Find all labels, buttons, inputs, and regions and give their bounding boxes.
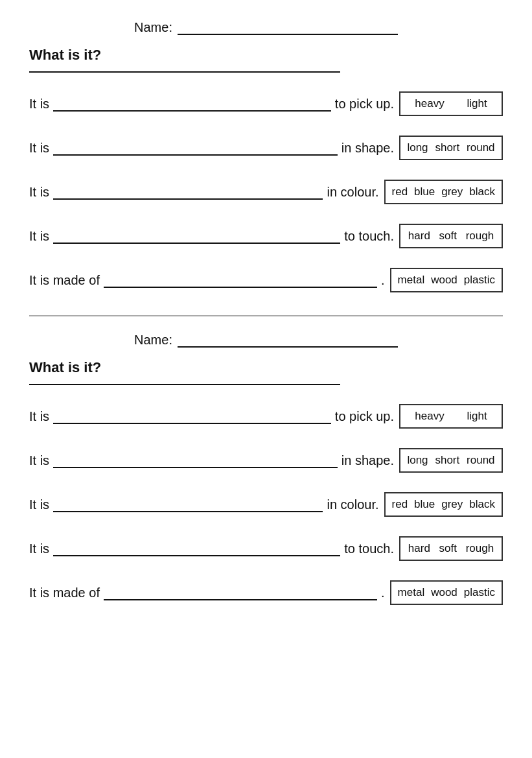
sentence-row: It is in colour.redbluegreyblack — [29, 176, 503, 207]
word-choice[interactable]: soft — [439, 230, 457, 243]
sentence-prefix: It is made of — [29, 273, 100, 288]
word-choice[interactable]: black — [469, 498, 495, 511]
section-1: Name: What is it? It is to pick up.heavy… — [29, 19, 503, 296]
sentence-suffix: in colour. — [327, 185, 378, 200]
topic-line-1 — [29, 71, 340, 73]
word-choice-box: hardsoftrough — [399, 536, 503, 561]
word-choice[interactable]: long — [407, 141, 428, 154]
word-choice-box: redbluegreyblack — [384, 492, 503, 517]
word-choice-box: heavylight — [399, 404, 503, 429]
word-choice[interactable]: red — [392, 498, 408, 511]
fill-blank-line[interactable] — [53, 228, 340, 244]
word-choice[interactable]: black — [469, 185, 495, 198]
word-choice[interactable]: light — [467, 97, 487, 110]
fill-blank-line[interactable] — [53, 497, 323, 512]
topic-line-2 — [29, 384, 340, 385]
sentence-suffix: to touch. — [344, 229, 394, 244]
sentence-prefix: It is — [29, 185, 49, 200]
fill-blank-line[interactable] — [53, 140, 338, 156]
word-choice[interactable]: metal — [398, 274, 425, 287]
sentence-suffix: to pick up. — [335, 409, 394, 424]
word-choice[interactable]: long — [407, 454, 428, 467]
what-is-it-2: What is it? — [29, 359, 503, 376]
sentence-prefix: It is — [29, 453, 49, 468]
word-choice[interactable]: heavy — [415, 97, 444, 110]
sentences-section1: It is to pick up.heavylightIt is in shap… — [29, 88, 503, 296]
word-choice[interactable]: short — [435, 454, 459, 467]
word-choice-box: metalwoodplastic — [390, 580, 503, 605]
sentence-row: It is made of .metalwoodplastic — [29, 265, 503, 296]
word-choice[interactable]: round — [467, 454, 494, 467]
word-choice[interactable]: soft — [439, 542, 457, 555]
sentence-suffix: in colour. — [327, 497, 378, 512]
word-choice-box: hardsoftrough — [399, 224, 503, 248]
word-choice-box: metalwoodplastic — [390, 268, 503, 292]
sentence-suffix: in shape. — [341, 141, 394, 156]
fill-blank-line[interactable] — [53, 409, 331, 424]
word-choice[interactable]: light — [467, 410, 487, 423]
sentence-row: It is in shape.longshortround — [29, 132, 503, 163]
sentence-suffix: to touch. — [344, 541, 394, 556]
word-choice[interactable]: hard — [408, 230, 430, 243]
sentence-prefix: It is — [29, 497, 49, 512]
name-row-1: Name: — [29, 19, 503, 35]
word-choice[interactable]: short — [435, 141, 459, 154]
sentences-section2: It is to pick up.heavylightIt is in shap… — [29, 401, 503, 608]
word-choice-box: redbluegreyblack — [384, 180, 503, 204]
sentence-row: It is to pick up.heavylight — [29, 88, 503, 119]
sentence-suffix: . — [381, 273, 385, 288]
word-choice[interactable]: hard — [408, 542, 430, 555]
sentence-prefix: It is — [29, 229, 49, 244]
word-choice[interactable]: blue — [414, 185, 435, 198]
sentence-prefix: It is made of — [29, 586, 100, 600]
name-input-2[interactable] — [178, 332, 398, 348]
word-choice[interactable]: grey — [441, 185, 463, 198]
what-is-it-1: What is it? — [29, 47, 503, 64]
word-choice[interactable]: plastic — [464, 586, 495, 599]
word-choice[interactable]: grey — [441, 498, 463, 511]
sentence-row: It is to touch.hardsoftrough — [29, 533, 503, 564]
word-choice-box: longshortround — [399, 448, 503, 473]
name-row-2: Name: — [29, 332, 503, 348]
fill-blank-line[interactable] — [104, 272, 377, 288]
fill-blank-line[interactable] — [53, 96, 331, 112]
word-choice[interactable]: metal — [398, 586, 425, 599]
sentence-row: It is in colour.redbluegreyblack — [29, 489, 503, 520]
fill-blank-line[interactable] — [104, 585, 377, 600]
sentence-prefix: It is — [29, 97, 49, 112]
word-choice[interactable]: blue — [414, 498, 435, 511]
word-choice[interactable]: wood — [431, 586, 457, 599]
word-choice-box: heavylight — [399, 91, 503, 116]
word-choice[interactable]: rough — [466, 542, 494, 555]
sentence-prefix: It is — [29, 541, 49, 556]
word-choice[interactable]: wood — [431, 274, 457, 287]
name-label-2: Name: — [134, 333, 172, 348]
sentence-row: It is made of .metalwoodplastic — [29, 577, 503, 608]
sentence-row: It is to touch.hardsoftrough — [29, 220, 503, 252]
word-choice-box: longshortround — [399, 136, 503, 160]
sentence-suffix: to pick up. — [335, 97, 394, 112]
fill-blank-line[interactable] — [53, 541, 340, 556]
word-choice[interactable]: rough — [466, 230, 494, 243]
word-choice[interactable]: red — [392, 185, 408, 198]
name-input-1[interactable] — [178, 19, 398, 35]
sentence-row: It is to pick up.heavylight — [29, 401, 503, 432]
section-2: Name: What is it? It is to pick up.heavy… — [29, 332, 503, 608]
sentence-row: It is in shape.longshortround — [29, 445, 503, 476]
sentence-suffix: in shape. — [341, 453, 394, 468]
fill-blank-line[interactable] — [53, 184, 323, 200]
sentence-prefix: It is — [29, 409, 49, 424]
word-choice[interactable]: heavy — [415, 410, 444, 423]
sentence-prefix: It is — [29, 141, 49, 156]
fill-blank-line[interactable] — [53, 453, 338, 468]
section-divider — [29, 315, 503, 316]
word-choice[interactable]: plastic — [464, 274, 495, 287]
sentence-suffix: . — [381, 586, 385, 600]
name-label-1: Name: — [134, 20, 172, 35]
word-choice[interactable]: round — [467, 141, 494, 154]
